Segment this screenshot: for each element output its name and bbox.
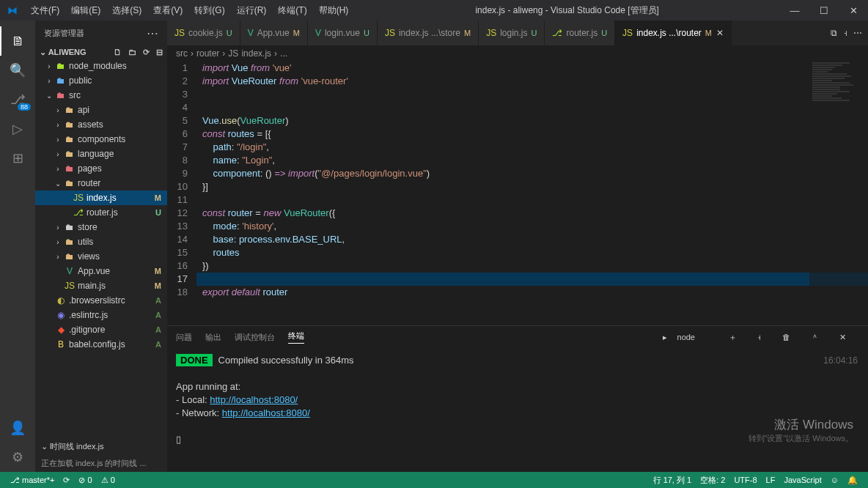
- item-label: store: [78, 222, 161, 232]
- item-label: views: [78, 251, 161, 262]
- language-mode[interactable]: JavaScript: [779, 476, 825, 484]
- panel-tab[interactable]: 终端: [288, 330, 304, 344]
- tree-item[interactable]: ◉.eslintrc.jsA: [35, 308, 167, 322]
- tree-item[interactable]: ›🖿assets: [35, 117, 167, 132]
- tab-close-icon[interactable]: ✕: [716, 28, 724, 38]
- split-terminal-icon[interactable]: ⫞: [757, 333, 762, 341]
- panel-tab[interactable]: 问题: [176, 332, 192, 343]
- panel-close-icon[interactable]: ✕: [839, 333, 846, 342]
- editor-tab[interactable]: JScookie.jsU: [167, 21, 240, 45]
- tab-label: App.vue: [257, 28, 290, 38]
- search-icon[interactable]: 🔍: [0, 56, 35, 85]
- item-label: .browserslistrc: [69, 295, 152, 306]
- tab-label: router.js: [566, 28, 597, 38]
- tree-item[interactable]: ›🖿utils: [35, 234, 167, 249]
- settings-gear-icon[interactable]: ⚙: [0, 443, 35, 472]
- editor-tab[interactable]: JSlogin.jsU: [479, 21, 545, 45]
- more-icon[interactable]: ⋯: [853, 28, 862, 38]
- project-folder[interactable]: ⌄ ALIWENG: [40, 48, 87, 57]
- tree-item[interactable]: ◆.gitignoreA: [35, 322, 167, 337]
- terminal[interactable]: DONECompiled successfully in 364ms16:04:…: [167, 348, 868, 472]
- minimize-icon[interactable]: —: [780, 5, 809, 16]
- tree-item[interactable]: ›🖿language: [35, 147, 167, 161]
- explorer-icon[interactable]: 🗎: [0, 26, 35, 56]
- tree-item[interactable]: ›🖿views: [35, 249, 167, 264]
- network-url[interactable]: http://localhost:8080/: [222, 407, 310, 418]
- breadcrumb-seg[interactable]: ›: [222, 48, 225, 59]
- menu-item[interactable]: 转到(G): [188, 1, 230, 20]
- refresh-icon[interactable]: ⟳: [143, 48, 150, 56]
- breadcrumb[interactable]: src›router›JSindex.js›...: [167, 45, 868, 62]
- scm-icon[interactable]: ⎇88: [0, 85, 35, 114]
- collapse-icon[interactable]: ⊟: [156, 48, 163, 56]
- editor-tab[interactable]: JSindex.js ...\routerM✕: [615, 21, 732, 45]
- breadcrumb-seg[interactable]: ›: [191, 48, 194, 59]
- cursor-position[interactable]: 行 17, 列 1: [649, 475, 696, 486]
- breadcrumb-seg[interactable]: router: [196, 48, 219, 59]
- minimap[interactable]: [809, 62, 868, 325]
- tree-item[interactable]: ⌄🖿src: [35, 88, 167, 103]
- close-icon[interactable]: ✕: [839, 5, 868, 16]
- folder-icon: 🖿: [63, 178, 76, 188]
- tree-item[interactable]: ◐.browserslistrcA: [35, 293, 167, 308]
- split-editor-icon[interactable]: ⫞: [843, 28, 847, 38]
- menu-item[interactable]: 查看(V): [147, 1, 188, 20]
- notifications-icon[interactable]: 🔔: [843, 476, 862, 485]
- tab-file-icon: JS: [486, 28, 496, 38]
- tree-item[interactable]: ›🖿node_modules: [35, 59, 167, 73]
- new-terminal-icon[interactable]: ＋: [729, 332, 737, 343]
- tree-item[interactable]: JSmain.jsM: [35, 278, 167, 293]
- eol[interactable]: LF: [762, 476, 780, 484]
- tree-item[interactable]: ›🖿pages: [35, 161, 167, 176]
- maximize-icon[interactable]: ☐: [809, 5, 839, 16]
- tree-item[interactable]: ›🖿public: [35, 73, 167, 88]
- menu-item[interactable]: 运行(R): [231, 1, 273, 20]
- breadcrumb-seg[interactable]: ...: [280, 48, 287, 59]
- tree-item[interactable]: ⌄🖿router: [35, 176, 167, 191]
- sidebar-more-icon[interactable]: ⋯: [147, 26, 158, 40]
- breadcrumb-seg[interactable]: src: [176, 48, 188, 59]
- tab-file-icon: V: [248, 28, 254, 38]
- panel-tab[interactable]: 输出: [205, 332, 221, 343]
- tree-item[interactable]: VApp.vueM: [35, 264, 167, 278]
- git-branch[interactable]: ⎇ master*+: [6, 476, 59, 485]
- menu-item[interactable]: 编辑(E): [65, 1, 106, 20]
- menu-item[interactable]: 帮助(H): [313, 1, 355, 20]
- kill-terminal-icon[interactable]: 🗑: [782, 333, 790, 341]
- breadcrumb-seg[interactable]: ›: [274, 48, 277, 59]
- editor-tab[interactable]: Vlogin.vueU: [308, 21, 378, 45]
- code-editor[interactable]: 123456789101112131415161718 import Vue f…: [167, 62, 868, 325]
- tree-item[interactable]: ›🖿components: [35, 132, 167, 147]
- compare-icon[interactable]: ⧉: [831, 28, 837, 38]
- editor-tab[interactable]: JSindex.js ...\storeM: [378, 21, 479, 45]
- tree-item[interactable]: ›🖿store: [35, 220, 167, 234]
- tree-item[interactable]: JSindex.jsM: [35, 191, 167, 205]
- menu-item[interactable]: 终端(T): [272, 1, 312, 20]
- menu-item[interactable]: 选择(S): [106, 1, 147, 20]
- tree-item[interactable]: Bbabel.config.jsA: [35, 337, 167, 352]
- breadcrumb-seg[interactable]: index.js: [241, 48, 271, 59]
- editor-tab[interactable]: VApp.vueM: [240, 21, 308, 45]
- indent[interactable]: 空格: 2: [696, 475, 729, 486]
- panel-tab[interactable]: 调试控制台: [235, 332, 275, 343]
- vscode-logo-icon: ⧓: [0, 4, 25, 16]
- panel-maximize-icon[interactable]: ＾: [811, 332, 819, 343]
- breadcrumb-seg[interactable]: JS: [228, 48, 238, 59]
- sync-icon[interactable]: ⟳: [59, 476, 74, 485]
- account-icon[interactable]: 👤: [0, 413, 35, 443]
- encoding[interactable]: UTF-8: [729, 476, 761, 484]
- new-file-icon[interactable]: 🗋: [114, 48, 122, 56]
- feedback-icon[interactable]: ☺: [826, 476, 843, 484]
- menu-item[interactable]: 文件(F): [25, 1, 65, 20]
- terminal-shell-select[interactable]: ▸ node: [663, 333, 708, 342]
- tree-item[interactable]: ›🖿api: [35, 103, 167, 117]
- editor-tab[interactable]: ⎇router.jsU: [545, 21, 615, 45]
- run-debug-icon[interactable]: ▷: [0, 114, 35, 144]
- timeline-header[interactable]: ⌄ 时间线 index.js: [35, 438, 167, 455]
- local-url[interactable]: http://localhost:8080/: [210, 394, 298, 405]
- tree-item[interactable]: ⎇router.jsU: [35, 205, 167, 220]
- problems-errors[interactable]: ⊘ 0: [74, 476, 96, 485]
- new-folder-icon[interactable]: 🗀: [128, 48, 136, 56]
- extensions-icon[interactable]: ⊞: [0, 144, 35, 173]
- problems-warnings[interactable]: ⚠ 0: [97, 476, 119, 485]
